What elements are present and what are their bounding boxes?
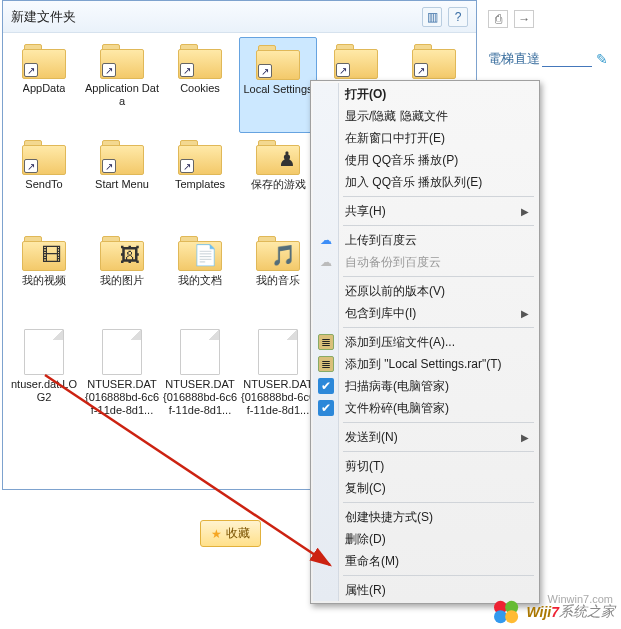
help-icon[interactable]: ? xyxy=(448,7,468,27)
file-item[interactable]: ↗AppData xyxy=(5,37,83,133)
context-menu-item[interactable]: 剪切(T) xyxy=(313,455,537,477)
shield-icon: ✔ xyxy=(318,400,334,416)
archive-icon: ≣ xyxy=(318,334,334,350)
breadcrumb[interactable]: 新建文件夹 xyxy=(11,8,76,26)
file-item[interactable]: ↗Templates xyxy=(161,133,239,229)
watermark-url: Winwin7.com xyxy=(548,593,613,605)
context-menu-item[interactable]: 使用 QQ音乐 播放(P) xyxy=(313,149,537,171)
context-menu-item[interactable]: 显示/隐藏 隐藏文件 xyxy=(313,105,537,127)
folder-icon: ↗ xyxy=(412,41,456,79)
svg-point-3 xyxy=(494,610,507,623)
archive-icon: ≣ xyxy=(318,356,334,372)
file-label: Cookies xyxy=(180,82,220,95)
file-label: Templates xyxy=(175,178,225,191)
file-label: AppData xyxy=(23,82,66,95)
view-icon[interactable]: ▥ xyxy=(422,7,442,27)
file-label: NTUSER.DAT{016888bd-6c6f-11de-8d1... xyxy=(85,378,159,417)
file-label: 我的图片 xyxy=(100,274,144,287)
context-menu-item: ☁自动备份到百度云 xyxy=(313,251,537,273)
file-icon xyxy=(24,329,64,375)
file-item[interactable]: ntuser.dat.LOG2 xyxy=(5,325,83,421)
print-icon[interactable]: ⎙ xyxy=(488,10,508,28)
context-menu-item[interactable]: ☁上传到百度云 xyxy=(313,229,537,251)
folder-icon: ↗ xyxy=(22,41,66,79)
file-item[interactable]: ↗Cookies xyxy=(161,37,239,133)
elevator-input[interactable] xyxy=(542,51,592,67)
file-item[interactable]: ↗Application Data xyxy=(83,37,161,133)
file-label: NTUSER.DAT{016888bd-6c6f-11de-8d1... xyxy=(163,378,237,417)
cloud-icon: ☁ xyxy=(318,232,334,248)
context-menu-item[interactable]: 属性(R) xyxy=(313,579,537,601)
context-menu-item[interactable]: 在新窗口中打开(E) xyxy=(313,127,537,149)
folder-icon: 📄 xyxy=(178,233,222,271)
file-item[interactable]: ↗SendTo xyxy=(5,133,83,229)
file-item[interactable]: 🎵我的音乐 xyxy=(239,229,317,325)
cloud-icon: ☁ xyxy=(318,254,334,270)
file-label: 我的文档 xyxy=(178,274,222,287)
context-menu-item[interactable]: 重命名(M) xyxy=(313,550,537,572)
file-label: 保存的游戏 xyxy=(251,178,306,191)
file-item[interactable]: 📄我的文档 xyxy=(161,229,239,325)
file-label: NTUSER.DAT{016888bd-6c6f-11de-8d1... xyxy=(241,378,315,417)
file-icon xyxy=(102,329,142,375)
file-icon xyxy=(258,329,298,375)
context-menu-item[interactable]: 复制(C) xyxy=(313,477,537,499)
file-item[interactable]: ♟保存的游戏 xyxy=(239,133,317,229)
file-item[interactable]: 🎞我的视频 xyxy=(5,229,83,325)
next-icon[interactable]: → xyxy=(514,10,534,28)
file-label: SendTo xyxy=(25,178,62,191)
folder-icon: ↗ xyxy=(22,137,66,175)
context-menu-item[interactable]: 包含到库中(I)▶ xyxy=(313,302,537,324)
file-item[interactable]: NTUSER.DAT{016888bd-6c6f-11de-8d1... xyxy=(161,325,239,421)
folder-icon: ↗ xyxy=(178,41,222,79)
context-menu-item[interactable]: 打开(O) xyxy=(313,83,537,105)
file-label: 我的视频 xyxy=(22,274,66,287)
submenu-arrow-icon: ▶ xyxy=(521,308,529,319)
file-label: Application Data xyxy=(85,82,159,108)
context-menu-item[interactable]: 创建快捷方式(S) xyxy=(313,506,537,528)
star-icon: ★ xyxy=(211,527,222,541)
file-item[interactable]: 🖼我的图片 xyxy=(83,229,161,325)
file-icon xyxy=(180,329,220,375)
file-item[interactable]: NTUSER.DAT{016888bd-6c6f-11de-8d1... xyxy=(239,325,317,421)
favorite-button[interactable]: ★ 收藏 xyxy=(200,520,261,547)
pen-icon[interactable]: ✎ xyxy=(596,51,608,67)
context-menu-item[interactable]: 共享(H)▶ xyxy=(313,200,537,222)
elevator-label: 電梯直達 xyxy=(488,48,540,70)
file-item[interactable]: NTUSER.DAT{016888bd-6c6f-11de-8d1... xyxy=(83,325,161,421)
folder-icon: ↗ xyxy=(334,41,378,79)
folder-icon: 🎵 xyxy=(256,233,300,271)
context-menu-item[interactable]: ✔文件粉碎(电脑管家) xyxy=(313,397,537,419)
folder-icon: 🎞 xyxy=(22,233,66,271)
folder-icon: ↗ xyxy=(256,42,300,80)
context-menu-item[interactable]: ≣添加到压缩文件(A)... xyxy=(313,331,537,353)
submenu-arrow-icon: ▶ xyxy=(521,206,529,217)
svg-point-4 xyxy=(506,610,519,623)
context-menu-item[interactable]: 发送到(N)▶ xyxy=(313,426,537,448)
folder-icon: 🖼 xyxy=(100,233,144,271)
file-label: Start Menu xyxy=(95,178,149,191)
folder-icon: ♟ xyxy=(256,137,300,175)
folder-icon: ↗ xyxy=(178,137,222,175)
context-menu-item[interactable]: ✔扫描病毒(电脑管家) xyxy=(313,375,537,397)
toolbar: 新建文件夹 ▥ ? xyxy=(3,1,476,33)
context-menu-item[interactable]: 还原以前的版本(V) xyxy=(313,280,537,302)
context-menu-item[interactable]: ≣添加到 "Local Settings.rar"(T) xyxy=(313,353,537,375)
folder-icon: ↗ xyxy=(100,137,144,175)
file-label: ntuser.dat.LOG2 xyxy=(7,378,81,404)
file-item[interactable]: ↗Start Menu xyxy=(83,133,161,229)
shield-icon: ✔ xyxy=(318,378,334,394)
context-menu-item[interactable]: 加入 QQ音乐 播放队列(E) xyxy=(313,171,537,193)
file-label: Local Settings xyxy=(243,83,312,96)
file-item[interactable]: ↗Local Settings xyxy=(239,37,317,133)
folder-icon: ↗ xyxy=(100,41,144,79)
context-menu: 打开(O)显示/隐藏 隐藏文件在新窗口中打开(E)使用 QQ音乐 播放(P)加入… xyxy=(310,80,540,604)
file-label: 我的音乐 xyxy=(256,274,300,287)
submenu-arrow-icon: ▶ xyxy=(521,432,529,443)
context-menu-item[interactable]: 删除(D) xyxy=(313,528,537,550)
